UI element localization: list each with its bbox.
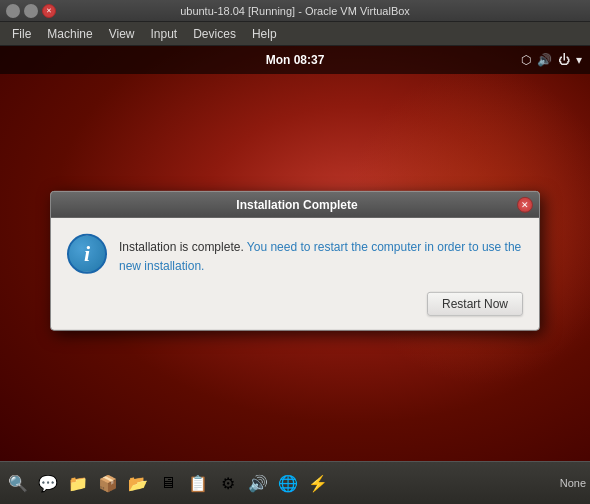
menu-machine[interactable]: Machine xyxy=(39,25,100,43)
taskbar-icon-terminal[interactable]: 🖥 xyxy=(154,469,182,497)
menu-help[interactable]: Help xyxy=(244,25,285,43)
taskbar-icon-search[interactable]: 🔍 xyxy=(4,469,32,497)
dialog-body: i Installation is complete. You need to … xyxy=(51,217,539,287)
dialog-title: Installation Complete xyxy=(77,197,517,211)
taskbar-none-label: None xyxy=(560,477,586,489)
panel-clock: Mon 08:37 xyxy=(266,53,325,67)
volume-icon: 🔊 xyxy=(537,53,552,67)
installation-complete-dialog: Installation Complete ✕ i Installation i… xyxy=(50,190,540,330)
taskbar-right: None xyxy=(556,477,586,489)
menu-bar: File Machine View Input Devices Help xyxy=(0,22,590,46)
arrow-down-icon: ▾ xyxy=(576,53,582,67)
taskbar-icon-browser[interactable]: 🌐 xyxy=(274,469,302,497)
window-title: ubuntu-18.04 [Running] - Oracle VM Virtu… xyxy=(56,5,534,17)
dialog-footer: Restart Now xyxy=(51,288,539,330)
maximize-button[interactable] xyxy=(24,4,38,18)
window-controls[interactable] xyxy=(6,4,56,18)
restart-now-button[interactable]: Restart Now xyxy=(427,292,523,316)
menu-input[interactable]: Input xyxy=(143,25,186,43)
panel-right-icons: ⬡ 🔊 ⏻ ▾ xyxy=(521,53,582,67)
info-icon: i xyxy=(67,233,107,273)
dialog-close-button[interactable]: ✕ xyxy=(517,196,533,212)
virtual-desktop: Mon 08:37 ⬡ 🔊 ⏻ ▾ Installation Complete … xyxy=(0,46,590,461)
close-button[interactable] xyxy=(42,4,56,18)
taskbar-icon-files[interactable]: 📁 xyxy=(64,469,92,497)
taskbar-left: 🔍 💬 📁 📦 📂 🖥 📋 ⚙ 🔊 🌐 ⚡ xyxy=(4,469,332,497)
taskbar-icon-settings[interactable]: ⚙ xyxy=(214,469,242,497)
taskbar-icon-sound[interactable]: 🔊 xyxy=(244,469,272,497)
taskbar-icon-software[interactable]: 📦 xyxy=(94,469,122,497)
title-bar: ubuntu-18.04 [Running] - Oracle VM Virtu… xyxy=(0,0,590,22)
minimize-button[interactable] xyxy=(6,4,20,18)
menu-view[interactable]: View xyxy=(101,25,143,43)
menu-devices[interactable]: Devices xyxy=(185,25,244,43)
taskbar-icon-chat[interactable]: 💬 xyxy=(34,469,62,497)
taskbar: 🔍 💬 📁 📦 📂 🖥 📋 ⚙ 🔊 🌐 ⚡ None xyxy=(0,461,590,504)
taskbar-icon-power[interactable]: ⚡ xyxy=(304,469,332,497)
dialog-title-bar: Installation Complete ✕ xyxy=(51,191,539,217)
network-icon: ⬡ xyxy=(521,53,531,67)
dialog-message: Installation is complete. You need to re… xyxy=(119,233,523,275)
taskbar-icon-folder[interactable]: 📂 xyxy=(124,469,152,497)
taskbar-icon-clipboard[interactable]: 📋 xyxy=(184,469,212,497)
power-icon: ⏻ xyxy=(558,53,570,67)
message-start: Installation is complete. xyxy=(119,239,247,253)
menu-file[interactable]: File xyxy=(4,25,39,43)
ubuntu-top-panel: Mon 08:37 ⬡ 🔊 ⏻ ▾ xyxy=(0,46,590,74)
